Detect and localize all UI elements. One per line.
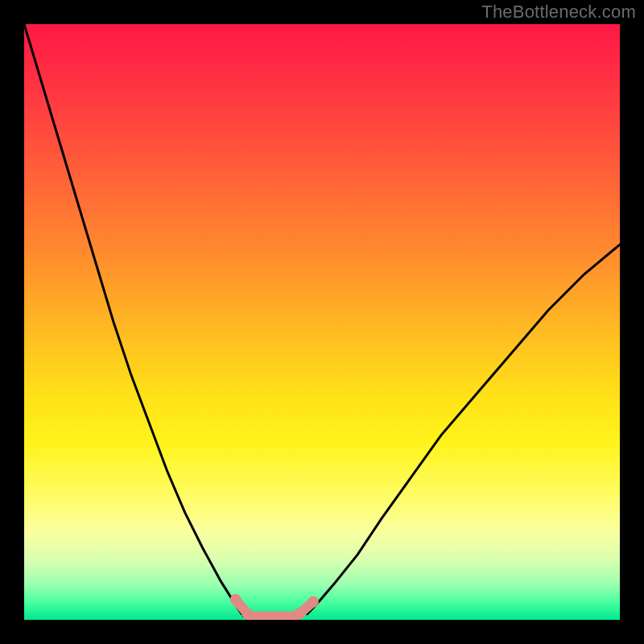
plot-area <box>24 24 620 620</box>
marker-dot <box>308 597 319 608</box>
marker-dot <box>294 609 305 620</box>
marker-dot <box>230 594 242 605</box>
curve-layer <box>24 24 620 620</box>
watermark-text: TheBottleneck.com <box>481 2 636 23</box>
chart-frame: TheBottleneck.com <box>0 0 644 644</box>
right-curve <box>308 245 621 614</box>
left-curve <box>24 24 242 614</box>
